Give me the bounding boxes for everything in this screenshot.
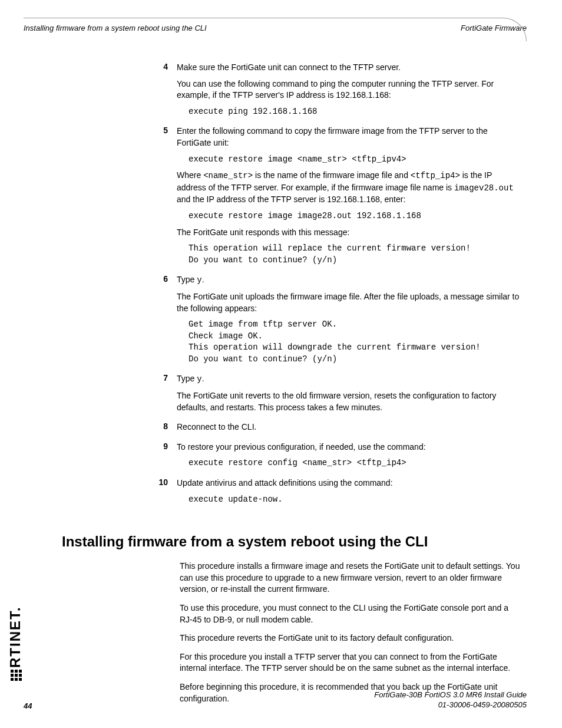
step-number: 5	[156, 126, 177, 271]
footer-right: FortiGate-30B FortiOS 3.0 MR6 Install Gu…	[374, 690, 527, 710]
step-text: Enter the following command to copy the …	[177, 126, 521, 149]
section-text: This procedure reverts the FortiGate uni…	[180, 633, 521, 644]
svg-rect-6	[19, 678, 22, 681]
step-text: You can use the following command to pin…	[177, 78, 521, 101]
code-block: execute restore config <name_str> <tftp_…	[189, 457, 521, 469]
step-body: Update antivirus and attack definitions …	[177, 477, 521, 510]
section-heading: Installing firmware from a system reboot…	[62, 533, 527, 550]
step-10: 10 Update antivirus and attack definitio…	[156, 477, 521, 510]
svg-rect-5	[15, 670, 18, 673]
inline-code: <tftp_ip4>	[411, 171, 460, 180]
logo-text: RTINET	[7, 611, 23, 668]
main-content: 4 Make sure the FortiGate unit can conne…	[156, 62, 521, 510]
svg-rect-4	[15, 674, 18, 677]
step-text: Where <name_str> is the name of the firm…	[177, 170, 521, 206]
section-text: To use this procedure, you must connect …	[180, 602, 521, 625]
footer-line: 01-30006-0459-20080505	[374, 700, 527, 710]
svg-rect-0	[11, 678, 14, 681]
inline-code: imagev28.out	[454, 183, 514, 193]
step-4: 4 Make sure the FortiGate unit can conne…	[156, 62, 521, 122]
step-body: Type y. The FortiGate unit uploads the f…	[177, 274, 521, 370]
step-text: To restore your previous configuration, …	[177, 442, 521, 453]
step-number: 9	[156, 442, 177, 474]
step-body: Make sure the FortiGate unit can connect…	[177, 62, 521, 122]
step-8: 8 Reconnect to the CLI.	[156, 421, 521, 438]
page-footer: 44 FortiGate-30B FortiOS 3.0 MR6 Install…	[24, 690, 527, 710]
code-block: execute restore image image28.out 192.16…	[189, 210, 521, 222]
step-text: Make sure the FortiGate unit can connect…	[177, 62, 521, 74]
footer-line: FortiGate-30B FortiOS 3.0 MR6 Install Gu…	[374, 690, 527, 700]
section-text: For this procedure you install a TFTP se…	[180, 651, 521, 674]
inline-code: <name_str>	[203, 171, 253, 180]
step-text: Reconnect to the CLI.	[177, 421, 521, 433]
step-text: The FortiGate unit reverts to the old fi…	[177, 390, 521, 413]
step-number: 8	[156, 421, 177, 438]
step-7: 7 Type y. The FortiGate unit reverts to …	[156, 373, 521, 418]
step-text: The FortiGate unit uploads the firmware …	[177, 291, 521, 314]
inline-code: y	[197, 275, 201, 285]
section-body: This procedure installs a firmware image…	[180, 561, 521, 704]
step-body: Enter the following command to copy the …	[177, 126, 521, 271]
fortinet-logo: RTINET.	[7, 606, 24, 681]
step-text: Update antivirus and attack definitions …	[177, 477, 521, 489]
page-number: 44	[24, 701, 32, 710]
step-9: 9 To restore your previous configuration…	[156, 442, 521, 474]
svg-rect-3	[15, 678, 18, 681]
code-block: execute ping 192.168.1.168	[189, 106, 521, 118]
step-body: Type y. The FortiGate unit reverts to th…	[177, 373, 521, 418]
step-text: The ForitGate unit responds with this me…	[177, 227, 521, 239]
svg-rect-1	[11, 674, 14, 677]
svg-rect-2	[11, 670, 14, 673]
svg-rect-7	[19, 674, 22, 677]
step-body: Reconnect to the CLI.	[177, 421, 521, 438]
code-block: execute update-now.	[189, 494, 521, 506]
fortinet-icon	[11, 669, 22, 681]
step-text: Type y.	[177, 274, 521, 286]
code-block: This operation will replace the current …	[189, 243, 521, 266]
step-text: Type y.	[177, 373, 521, 386]
step-6: 6 Type y. The FortiGate unit uploads the…	[156, 274, 521, 370]
code-block: Get image from tftp server OK. Check ima…	[189, 319, 521, 365]
inline-code: y	[197, 374, 201, 384]
svg-rect-8	[19, 670, 22, 673]
step-number: 6	[156, 274, 177, 370]
step-body: To restore your previous configuration, …	[177, 442, 521, 474]
code-block: execute restore image <name_str> <tftp_i…	[189, 154, 521, 166]
step-5: 5 Enter the following command to copy th…	[156, 126, 521, 271]
step-number: 4	[156, 62, 177, 122]
step-number: 10	[156, 477, 177, 510]
step-number: 7	[156, 373, 177, 418]
section-text: This procedure installs a firmware image…	[180, 561, 521, 595]
